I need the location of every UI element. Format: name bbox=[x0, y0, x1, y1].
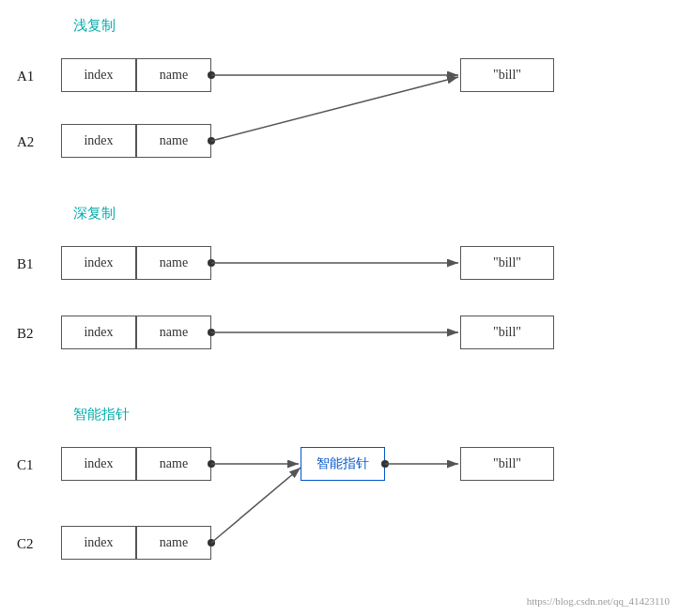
row-label-c2: C2 bbox=[17, 536, 34, 552]
arrows-svg bbox=[0, 0, 679, 616]
b2-name-box: name bbox=[136, 316, 211, 349]
a1-index-box: index bbox=[61, 58, 136, 92]
row-label-a2: A2 bbox=[17, 134, 34, 150]
a2-arrow bbox=[211, 77, 458, 141]
section-shallow-label: 浅复制 bbox=[73, 17, 116, 35]
a1-name-box: name bbox=[136, 58, 211, 92]
diagram: 浅复制 A1 index name "bill" A2 index name 深… bbox=[0, 0, 679, 616]
row-label-b1: B1 bbox=[17, 256, 34, 272]
b1-target-box: "bill" bbox=[460, 246, 554, 280]
c2-index-box: index bbox=[61, 526, 136, 560]
section-smart-label: 智能指针 bbox=[73, 406, 130, 424]
c1-index-box: index bbox=[61, 447, 136, 481]
row-label-c1: C1 bbox=[17, 457, 34, 473]
c1-name-box: name bbox=[136, 447, 211, 481]
c1-target-box: "bill" bbox=[460, 447, 554, 481]
section-deep-label: 深复制 bbox=[73, 205, 116, 223]
b1-name-box: name bbox=[136, 246, 211, 280]
row-label-a1: A1 bbox=[17, 69, 34, 85]
b2-target-box: "bill" bbox=[460, 316, 554, 349]
a2-index-box: index bbox=[61, 124, 136, 158]
c1-smart-box: 智能指针 bbox=[301, 447, 385, 481]
c2-name-box: name bbox=[136, 526, 211, 560]
b1-index-box: index bbox=[61, 246, 136, 280]
row-label-b2: B2 bbox=[17, 326, 34, 342]
c2-arrow bbox=[211, 468, 301, 543]
b2-index-box: index bbox=[61, 316, 136, 349]
watermark: https://blog.csdn.net/qq_41423110 bbox=[527, 595, 670, 607]
a1-target-box: "bill" bbox=[460, 58, 554, 92]
a2-name-box: name bbox=[136, 124, 211, 158]
